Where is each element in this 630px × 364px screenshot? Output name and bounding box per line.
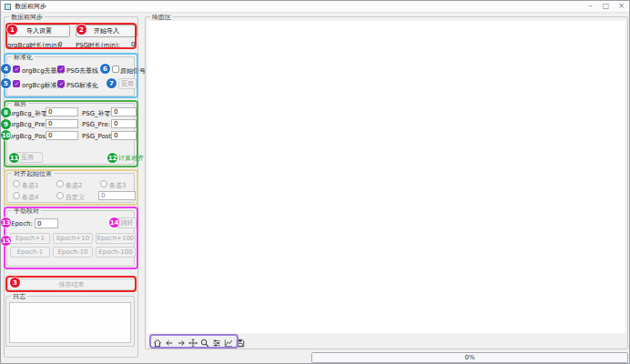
- window-controls: – □ ×: [583, 1, 629, 12]
- psg-pre-input[interactable]: [111, 119, 137, 128]
- option1-radio[interactable]: [13, 180, 20, 187]
- annotation-badge-6: 6: [100, 64, 110, 74]
- annotation-badge-5: 5: [1, 78, 11, 88]
- minimize-button[interactable]: –: [583, 1, 598, 12]
- option3-label: 备选3: [109, 181, 126, 190]
- orgbcg-normalize-checkbox[interactable]: ✓: [13, 80, 20, 87]
- orgbcg-detrend-checkbox[interactable]: ✓: [13, 66, 20, 73]
- normalize-group-title: 标准化: [12, 53, 35, 62]
- orgbcg-post-input[interactable]: [46, 131, 78, 140]
- orgbcg-post-label: orgBcg_Post:: [9, 133, 50, 140]
- custom-radio[interactable]: [56, 192, 64, 199]
- epoch-plus1-button[interactable]: Epoch+1: [10, 233, 50, 244]
- epoch-minus100-button[interactable]: Epoch-100: [96, 247, 136, 258]
- psg-duration-value: 0: [131, 41, 135, 48]
- compute-align-button[interactable]: 计算对齐: [118, 154, 144, 163]
- option4-label: 备选4: [22, 193, 38, 202]
- epoch-label: Epoch:: [11, 220, 33, 228]
- annotation-badge-15: 15: [1, 236, 11, 246]
- raw-signal-label: 原始信号: [120, 66, 146, 76]
- psg-detrend-label: PSG去基线: [66, 66, 98, 76]
- custom-position-input[interactable]: [98, 191, 136, 200]
- save-figure-icon[interactable]: [235, 337, 246, 349]
- check-icon: ✓: [14, 66, 18, 73]
- custom-label: 自定义: [66, 193, 85, 202]
- psg-pad-input[interactable]: [111, 107, 137, 116]
- option3-radio[interactable]: [100, 180, 107, 187]
- app-window: 数据粗同步 – □ × 数据粗同步 导入设置 开始导入 orgBcg时长(min…: [0, 0, 630, 364]
- log-group-title: 日志: [11, 292, 27, 301]
- maximize-button[interactable]: □: [598, 1, 614, 12]
- orgbcg-duration-value: 0: [58, 41, 62, 48]
- crop-group-title: 裁剪: [12, 99, 28, 108]
- annotation-badge-2: 2: [76, 25, 86, 35]
- plot-toolbar: [152, 337, 246, 349]
- psg-post-input[interactable]: [111, 131, 137, 140]
- annotation-badge-9: 9: [1, 119, 11, 129]
- manual-group-title: 手动校对: [12, 207, 41, 216]
- import-settings-button[interactable]: 导入设置: [8, 25, 70, 37]
- window-title: 数据粗同步: [15, 2, 46, 11]
- progress-value: 0%: [464, 354, 474, 361]
- left-panel-title: 数据粗同步: [9, 13, 45, 22]
- orgbcg-pad-input[interactable]: [46, 107, 78, 116]
- subplots-icon[interactable]: [211, 337, 222, 349]
- epoch-input[interactable]: [35, 218, 58, 228]
- log-output: [9, 302, 131, 343]
- customize-chart-icon[interactable]: [223, 337, 234, 349]
- normalize-apply-button[interactable]: 应用: [118, 78, 137, 89]
- option4-radio[interactable]: [13, 192, 20, 199]
- annotation-badge-3: 3: [10, 278, 20, 288]
- psg-detrend-checkbox[interactable]: ✓: [57, 66, 65, 73]
- forward-arrow-icon[interactable]: [176, 337, 187, 349]
- epoch-plus10-button[interactable]: Epoch+10: [53, 233, 93, 244]
- annotation-badge-8: 8: [1, 107, 11, 117]
- epoch-minus10-button[interactable]: Epoch-10: [53, 247, 93, 258]
- option2-radio[interactable]: [56, 180, 64, 187]
- option1-label: 备选1: [22, 181, 38, 190]
- option2-label: 备选2: [66, 181, 82, 190]
- epoch-minus1-button[interactable]: Epoch-1: [10, 247, 50, 258]
- psg-duration-label: PSG时长(min):: [76, 41, 120, 50]
- home-icon[interactable]: [152, 337, 163, 349]
- orgbcg-pre-label: orgBcg_Pre:: [9, 121, 47, 128]
- psg-normalize-label: PSG标准化: [66, 81, 98, 90]
- annotation-badge-4: 4: [1, 64, 11, 74]
- back-arrow-icon[interactable]: [164, 337, 175, 349]
- save-results-button[interactable]: 保存结果: [7, 278, 136, 290]
- orgbcg-pad-label: orgBcg_补零:: [9, 109, 49, 118]
- progress-bar: 0%: [311, 352, 628, 363]
- orgbcg-pre-input[interactable]: [46, 119, 78, 128]
- psg-pad-label: PSG_补零:: [82, 109, 113, 118]
- annotation-badge-1: 1: [7, 25, 17, 35]
- check-icon: ✓: [58, 66, 63, 73]
- epoch-plus100-button[interactable]: Epoch+100: [96, 233, 136, 244]
- psg-post-label: PSG_Post:: [82, 133, 114, 140]
- align-group-title: 对齐起始位置: [12, 169, 54, 178]
- annotation-badge-13: 13: [1, 217, 11, 228]
- raw-signal-checkbox[interactable]: [112, 66, 119, 73]
- annotation-badge-7: 7: [107, 78, 117, 88]
- close-button[interactable]: ×: [614, 1, 629, 12]
- annotation-badge-12: 12: [107, 153, 117, 163]
- annotation-badge-14: 14: [109, 217, 119, 228]
- psg-normalize-checkbox[interactable]: ✓: [57, 80, 65, 87]
- psg-pre-label: PSG_Pre:: [82, 121, 110, 128]
- orgbcg-duration-label: orgBcg时长(min):: [7, 41, 62, 50]
- pan-icon[interactable]: [188, 337, 198, 349]
- annotation-badge-10: 10: [1, 130, 11, 140]
- annotation-badge-11: 11: [9, 153, 19, 163]
- normalize-group: 标准化: [6, 56, 135, 96]
- app-icon: [5, 4, 11, 10]
- check-icon: ✓: [58, 80, 63, 87]
- titlebar: 数据粗同步 – □ ×: [1, 1, 629, 13]
- plot-canvas[interactable]: [147, 21, 625, 333]
- jump-button[interactable]: 跳转: [117, 217, 137, 228]
- check-icon: ✓: [14, 80, 18, 87]
- zoom-icon[interactable]: [199, 337, 210, 349]
